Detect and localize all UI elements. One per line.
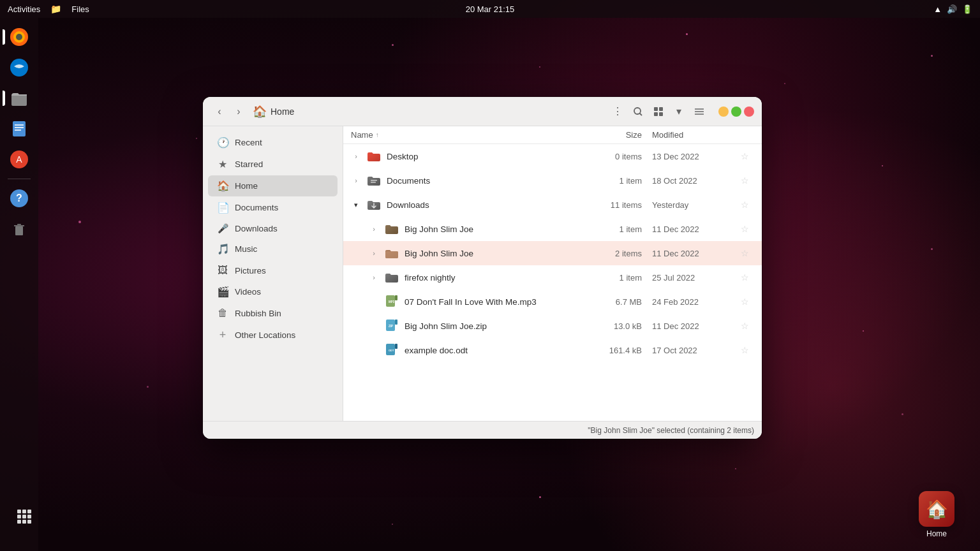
folder-big-john-1-icon bbox=[384, 221, 399, 237]
home-widget[interactable]: 🏠 Home bbox=[919, 491, 954, 538]
music-icon: 🎵 bbox=[217, 243, 228, 255]
sidebar-item-music[interactable]: 🎵 Music bbox=[208, 239, 338, 260]
file-modified-firefox-nightly: 25 Jul 2022 bbox=[652, 273, 735, 283]
file-row-downloads[interactable]: ▾ Downloads 11 items bbox=[343, 193, 762, 217]
sidebar: 🕐 Recent ★ Starred 🏠 Home 📄 Documents 🎤 … bbox=[203, 126, 343, 421]
taskbar-thunderbird[interactable] bbox=[5, 54, 33, 82]
sidebar-item-pictures[interactable]: 🖼 Pictures bbox=[208, 260, 338, 281]
svg-rect-39 bbox=[395, 320, 397, 325]
file-row-zip[interactable]: ZIP Big John Slim Joe.zip 13.0 kB 11 Dec… bbox=[343, 314, 762, 338]
grid-view-button[interactable] bbox=[650, 103, 667, 121]
file-row-documents[interactable]: › Documents bbox=[343, 168, 762, 193]
svg-rect-16 bbox=[22, 510, 26, 513]
app-grid-button[interactable] bbox=[10, 503, 38, 531]
file-star-odt[interactable]: ☆ bbox=[735, 345, 754, 355]
file-star-desktop[interactable]: ☆ bbox=[735, 151, 754, 161]
sidebar-label-home: Home bbox=[235, 181, 258, 191]
mp3-file-icon: MP3 bbox=[384, 294, 399, 309]
close-button[interactable] bbox=[744, 107, 754, 117]
sidebar-item-documents[interactable]: 📄 Documents bbox=[208, 197, 338, 218]
svg-point-2 bbox=[16, 34, 22, 40]
menu-button[interactable]: ⋮ bbox=[609, 103, 627, 121]
view-toggle-button[interactable]: ▾ bbox=[670, 103, 688, 121]
svg-rect-19 bbox=[22, 515, 26, 518]
minimize-button[interactable] bbox=[718, 107, 729, 117]
forward-button[interactable]: › bbox=[230, 103, 248, 121]
statusbar: "Big John Slim Joe" selected (containing… bbox=[203, 421, 762, 439]
svg-rect-36 bbox=[395, 295, 397, 300]
file-star-documents[interactable]: ☆ bbox=[735, 175, 754, 186]
file-star-big-john-1[interactable]: ☆ bbox=[735, 224, 754, 234]
file-modified-documents: 18 Oct 2022 bbox=[652, 176, 735, 186]
file-size-desktop: 0 items bbox=[595, 152, 652, 161]
svg-rect-22 bbox=[22, 520, 26, 524]
file-row-big-john-1[interactable]: › Big John Slim Joe 1 item bbox=[343, 217, 762, 241]
file-name-big-john-1: › Big John Slim Joe bbox=[351, 221, 595, 237]
filename-firefox-nightly: firefox nightly bbox=[405, 273, 456, 283]
topbar: Activities 📁 Files 20 Mar 21:15 ▲ 🔊 🔋 bbox=[0, 0, 980, 18]
svg-rect-4 bbox=[11, 94, 27, 106]
file-name-odt: ODT example doc.odt bbox=[351, 342, 595, 358]
expand-documents[interactable]: › bbox=[351, 175, 361, 186]
svg-rect-26 bbox=[654, 107, 658, 111]
file-star-downloads[interactable]: ☆ bbox=[735, 200, 754, 210]
file-size-big-john-1: 1 item bbox=[595, 224, 652, 234]
taskbar-writer[interactable] bbox=[5, 115, 33, 143]
file-row-desktop[interactable]: › Desktop 0 items bbox=[343, 144, 762, 168]
file-manager-window: ‹ › 🏠 Home ⋮ bbox=[203, 97, 762, 439]
sidebar-label-pictures: Pictures bbox=[235, 266, 266, 276]
file-row-firefox-nightly[interactable]: › firefox nightly 1 item bbox=[343, 265, 762, 290]
file-star-mp3[interactable]: ☆ bbox=[735, 297, 754, 307]
file-modified-downloads: Yesterday bbox=[652, 200, 735, 210]
starred-icon: ★ bbox=[217, 158, 228, 170]
expand-big-john-1[interactable]: › bbox=[369, 224, 379, 234]
sidebar-item-recent[interactable]: 🕐 Recent bbox=[208, 132, 338, 153]
column-name[interactable]: Name ↑ bbox=[351, 130, 595, 140]
expand-big-john-2[interactable]: › bbox=[369, 248, 379, 258]
sidebar-item-starred[interactable]: ★ Starred bbox=[208, 154, 338, 175]
other-locations-icon: + bbox=[217, 328, 228, 342]
sidebar-item-home[interactable]: 🏠 Home bbox=[208, 175, 338, 196]
svg-rect-27 bbox=[659, 107, 663, 111]
file-modified-mp3: 24 Feb 2022 bbox=[652, 297, 735, 307]
file-row-big-john-2[interactable]: › Big John Slim Joe 2 i bbox=[343, 241, 762, 265]
filename-downloads: Downloads bbox=[387, 200, 429, 210]
file-row-mp3[interactable]: MP3 07 Don't Fall In Love With Me.mp3 6.… bbox=[343, 290, 762, 314]
sidebar-item-other[interactable]: + Other Locations bbox=[208, 324, 338, 346]
expand-downloads[interactable]: ▾ bbox=[351, 200, 361, 210]
back-button[interactable]: ‹ bbox=[211, 103, 228, 121]
expand-firefox-nightly[interactable]: › bbox=[369, 272, 379, 283]
taskbar-help[interactable]: ? bbox=[5, 184, 33, 212]
taskbar-appstore[interactable]: A bbox=[5, 145, 33, 173]
column-size: Size bbox=[595, 130, 652, 140]
file-list-header: Name ↑ Size Modified bbox=[343, 126, 762, 144]
filename-mp3: 07 Don't Fall In Love With Me.mp3 bbox=[405, 297, 537, 307]
file-size-big-john-2: 2 items bbox=[595, 249, 652, 258]
file-star-zip[interactable]: ☆ bbox=[735, 321, 754, 331]
maximize-button[interactable] bbox=[731, 107, 741, 117]
activities-button[interactable]: Activities bbox=[8, 4, 40, 14]
list-view-button[interactable] bbox=[690, 103, 708, 121]
svg-rect-21 bbox=[17, 520, 21, 524]
sidebar-item-videos[interactable]: 🎬 Videos bbox=[208, 281, 338, 302]
file-star-firefox-nightly[interactable]: ☆ bbox=[735, 272, 754, 283]
file-size-mp3: 6.7 MB bbox=[595, 297, 652, 307]
file-row-odt[interactable]: ODT example doc.odt 161.4 kB 17 Oct 2022… bbox=[343, 338, 762, 362]
documents-icon: 📄 bbox=[217, 202, 228, 214]
titlebar-nav: ‹ › bbox=[211, 103, 248, 121]
files-label: Files bbox=[71, 4, 89, 14]
filename-big-john-1: Big John Slim Joe bbox=[405, 224, 473, 234]
expand-desktop[interactable]: › bbox=[351, 151, 361, 161]
sidebar-item-trash[interactable]: 🗑 Rubbish Bin bbox=[208, 303, 338, 323]
taskbar-trash[interactable] bbox=[5, 215, 33, 243]
file-star-big-john-2[interactable]: ☆ bbox=[735, 248, 754, 258]
search-button[interactable] bbox=[629, 103, 647, 121]
sidebar-item-downloads[interactable]: 🎤 Downloads bbox=[208, 219, 338, 238]
taskbar-firefox[interactable] bbox=[5, 23, 33, 51]
svg-rect-5 bbox=[13, 121, 26, 136]
svg-rect-17 bbox=[27, 510, 31, 513]
taskbar-files[interactable] bbox=[5, 84, 33, 112]
svg-rect-28 bbox=[654, 112, 658, 116]
file-modified-zip: 11 Dec 2022 bbox=[652, 321, 735, 331]
file-name-big-john-2: › Big John Slim Joe bbox=[351, 246, 595, 261]
